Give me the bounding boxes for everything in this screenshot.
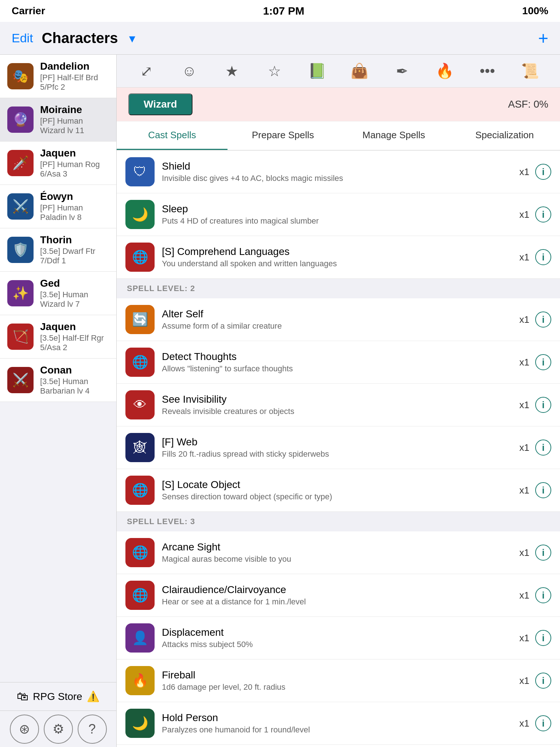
spell-info-button[interactable]: i	[535, 397, 551, 413]
sidebar-item-owyn[interactable]: ⚔️ Éowyn [PF] Human Paladin lv 8	[0, 185, 116, 228]
spell-info-button[interactable]: i	[535, 354, 551, 370]
spell-item[interactable]: 🌐 [S] Comprehend Languages You understan…	[117, 236, 560, 279]
spell-name: Arcane Sight	[162, 541, 512, 553]
spell-info-button[interactable]: i	[535, 715, 551, 731]
spell-item[interactable]: 🌐 Arcane Sight Magical auras become visi…	[117, 531, 560, 574]
spell-item[interactable]: 👁 See Invisibility Reveals invisible cre…	[117, 384, 560, 426]
spell-info-button[interactable]: i	[535, 587, 551, 603]
sidebar-item-jaquen[interactable]: 🏹 Jaquen [3.5e] Half-Elf Rgr 5/Asa 2	[0, 315, 116, 359]
sidebar-item-dandelion[interactable]: 🎭 Dandelion [PF] Half-Elf Brd 5/Pfc 2	[0, 55, 116, 98]
dropdown-icon[interactable]: ▾	[129, 31, 135, 46]
char-desc: [3.5e] Half-Elf Rgr 5/Asa 2	[40, 333, 109, 352]
fire-icon[interactable]: 🔥	[424, 55, 466, 88]
spell-item[interactable]: 🌐 [S] Tongues Speak any language x1 i	[117, 745, 560, 747]
spell-count: x1	[520, 718, 529, 729]
sidebar-item-ged[interactable]: ✨ Ged [3.5e] Human Wizard lv 7	[0, 272, 116, 315]
spell-info: Alter Self Assume form of a similar crea…	[162, 308, 512, 331]
scroll-icon[interactable]: 📜	[509, 55, 551, 88]
spell-count: x1	[520, 547, 529, 558]
rpg-store[interactable]: 🛍 RPG Store ⚠️	[0, 682, 116, 711]
spell-count: x1	[520, 632, 529, 644]
char-desc: [3.5e] Dwarf Ftr 7/Ddf 1	[40, 247, 109, 266]
spell-right: x1 i	[520, 206, 551, 222]
spell-info-button[interactable]: i	[535, 249, 551, 265]
sidebar-item-jaquen[interactable]: 🗡️ Jaquen [PF] Human Rog 6/Asa 3	[0, 142, 116, 185]
wizard-button[interactable]: Wizard	[128, 93, 192, 115]
bag-icon[interactable]: 👜	[338, 55, 381, 88]
char-info: Moiraine [PF] Human Wizard lv 11	[40, 104, 109, 135]
spell-list: 🛡 Shield Invisible disc gives +4 to AC, …	[117, 151, 560, 747]
filters-btn[interactable]: ⊛	[10, 715, 39, 744]
avatar: 🗡️	[7, 150, 34, 176]
spell-icon: 👁	[125, 390, 155, 419]
avatar-icon: ⚔️	[12, 372, 29, 388]
spell-info: See Invisibility Reveals invisible creat…	[162, 394, 512, 416]
spell-info-button[interactable]: i	[535, 545, 551, 561]
spell-item[interactable]: 🌙 Hold Person Paralyzes one humanoid for…	[117, 702, 560, 745]
spell-item[interactable]: 🔥 Fireball 1d6 damage per level, 20 ft. …	[117, 659, 560, 702]
spell-info: Sleep Puts 4 HD of creatures into magica…	[162, 203, 512, 226]
character-icon[interactable]: ☺	[168, 55, 211, 88]
spell-name: Shield	[162, 160, 512, 172]
spell-info-button[interactable]: i	[535, 311, 551, 328]
spell-item[interactable]: 👤 Displacement Attacks miss subject 50% …	[117, 617, 560, 659]
spell-icon: 🌐	[125, 476, 155, 505]
status-time: 1:07 PM	[263, 5, 304, 17]
help-btn[interactable]: ?	[78, 715, 107, 744]
edit-button[interactable]: Edit	[12, 31, 33, 45]
spell-item[interactable]: 🌙 Sleep Puts 4 HD of creatures into magi…	[117, 193, 560, 236]
spell-count: x1	[520, 442, 529, 453]
sidebar-item-conan[interactable]: ⚔️ Conan [3.5e] Human Barbarian lv 4	[0, 359, 116, 402]
spell-count: x1	[520, 209, 529, 220]
sidebar-item-thorin[interactable]: 🛡️ Thorin [3.5e] Dwarf Ftr 7/Ddf 1	[0, 228, 116, 272]
spell-item[interactable]: 🌐 [S] Locate Object Senses direction tow…	[117, 469, 560, 512]
spell-count: x1	[520, 314, 529, 325]
spell-right: x1 i	[520, 354, 551, 370]
char-desc: [3.5e] Human Wizard lv 7	[40, 290, 109, 309]
char-info: Éowyn [PF] Human Paladin lv 8	[40, 191, 109, 222]
spell-info: Clairaudience/Clairvoyance Hear or see a…	[162, 584, 512, 607]
spell-right: x1 i	[520, 587, 551, 603]
tab-manage-spells[interactable]: Manage Spells	[338, 121, 449, 150]
resize-icon[interactable]: ⤢	[125, 55, 168, 88]
char-info: Conan [3.5e] Human Barbarian lv 4	[40, 364, 109, 396]
tab-specialization[interactable]: Specialization	[449, 121, 560, 150]
spell-info: Arcane Sight Magical auras become visibl…	[162, 541, 512, 564]
tab-prepare-spells[interactable]: Prepare Spells	[228, 121, 338, 150]
spell-item[interactable]: 🌐 Clairaudience/Clairvoyance Hear or see…	[117, 574, 560, 617]
settings-btn[interactable]: ⚙	[44, 715, 73, 744]
star2-icon[interactable]: ☆	[253, 55, 296, 88]
spell-info-button[interactable]: i	[535, 206, 551, 222]
spell-info-button[interactable]: i	[535, 440, 551, 456]
feather-icon[interactable]: ✒	[381, 55, 424, 88]
spell-name: Detect Thoughts	[162, 351, 512, 363]
spell-info-button[interactable]: i	[535, 630, 551, 646]
book-icon[interactable]: 📗	[296, 55, 338, 88]
spell-icon: 🔥	[125, 666, 155, 695]
rpg-store-label: RPG Store	[33, 691, 82, 703]
sidebar-item-moiraine[interactable]: 🔮 Moiraine [PF] Human Wizard lv 11	[0, 98, 116, 142]
avatar-icon: 🎭	[12, 69, 29, 84]
spell-item[interactable]: 🛡 Shield Invisible disc gives +4 to AC, …	[117, 151, 560, 193]
char-name: Jaquen	[40, 147, 109, 159]
tab-cast-spells[interactable]: Cast Spells	[117, 121, 228, 150]
status-right: 100%	[522, 5, 548, 17]
avatar: 🎭	[7, 63, 34, 89]
spell-name: [S] Locate Object	[162, 479, 512, 491]
avatar-icon: ⚔️	[12, 199, 29, 214]
char-name: Jaquen	[40, 321, 109, 333]
char-name: Dandelion	[40, 61, 109, 72]
char-info: Thorin [3.5e] Dwarf Ftr 7/Ddf 1	[40, 234, 109, 266]
right-panel: ⤢☺★☆📗👜✒🔥•••📜 Wizard ASF: 0% Cast SpellsP…	[117, 55, 560, 747]
spell-info-button[interactable]: i	[535, 673, 551, 689]
star1-icon[interactable]: ★	[211, 55, 253, 88]
spell-item[interactable]: 🔄 Alter Self Assume form of a similar cr…	[117, 298, 560, 341]
dots-icon[interactable]: •••	[466, 55, 509, 88]
spell-name: Displacement	[162, 627, 512, 638]
spell-info-button[interactable]: i	[535, 482, 551, 498]
char-name: Conan	[40, 364, 109, 376]
add-button[interactable]: +	[538, 28, 548, 48]
spell-item[interactable]: 🕸 [F] Web Fills 20 ft.-radius spread wit…	[117, 426, 560, 469]
spell-item[interactable]: 🌐 Detect Thoughts Allows "listening" to …	[117, 341, 560, 384]
spell-info-button[interactable]: i	[535, 164, 551, 180]
